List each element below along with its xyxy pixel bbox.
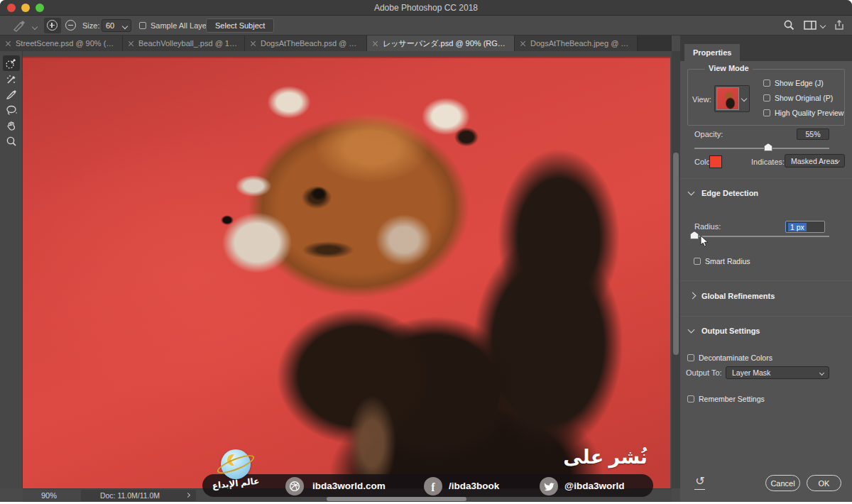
- section-divider: [680, 316, 852, 317]
- show-edge-label: Show Edge (J): [775, 79, 824, 87]
- opacity-label: Opacity:: [694, 130, 723, 138]
- search-icon[interactable]: [783, 19, 795, 31]
- chevron-right-icon: [185, 493, 190, 498]
- brush-size-value: 60: [106, 21, 114, 30]
- sample-all-layers-checkbox[interactable]: [139, 22, 146, 29]
- facebook-link[interactable]: /ibda3book: [449, 481, 499, 491]
- remember-settings-checkbox[interactable]: [687, 395, 694, 402]
- quick-selection-tool[interactable]: [3, 55, 20, 71]
- tab-label: DogsAtTheBeach.jpeg @ 50%…: [530, 39, 631, 48]
- tab-label: StreetScene.psd @ 90% (Laye…: [16, 39, 116, 48]
- window-title: Adobe Photoshop CC 2018: [0, 3, 852, 13]
- refine-edge-brush-tool[interactable]: [3, 72, 20, 87]
- zoom-level[interactable]: 90%: [41, 491, 57, 500]
- chevron-down-icon: [741, 96, 747, 102]
- tab-dogsatthebeach-psd[interactable]: DogsAtTheBeach.psd @ 90% …: [245, 35, 367, 51]
- ok-button[interactable]: OK: [807, 475, 841, 491]
- subtract-from-selection-button[interactable]: [62, 18, 80, 33]
- properties-panel-body: View Mode View: Show Edge (J) Show Origi…: [680, 61, 852, 502]
- size-label: Size:: [82, 21, 99, 30]
- show-edge-checkbox[interactable]: [763, 80, 770, 87]
- radius-value-field[interactable]: 1 px: [785, 221, 825, 233]
- dribbble-icon: [285, 477, 304, 495]
- twitter-icon: [540, 477, 558, 495]
- add-to-selection-button[interactable]: [44, 18, 61, 33]
- high-quality-preview-label: High Quality Preview: [775, 109, 843, 117]
- brush-size-dropdown[interactable]: 60: [102, 19, 131, 32]
- tab-properties[interactable]: Properties: [684, 44, 740, 61]
- lasso-tool[interactable]: [3, 102, 20, 118]
- view-mode-thumbnail: [716, 87, 739, 110]
- show-original-checkbox[interactable]: [763, 94, 770, 102]
- smart-radius-label: Smart Radius: [705, 257, 750, 265]
- minus-circle-icon: [65, 20, 76, 31]
- hand-tool[interactable]: [3, 118, 20, 133]
- logo-caption: عالم الإبداع: [209, 476, 261, 491]
- overlay-color-swatch[interactable]: [709, 155, 722, 168]
- opacity-slider[interactable]: [694, 148, 829, 149]
- global-refinements-title[interactable]: Global Refinements: [701, 292, 775, 300]
- chevron-down-icon: [819, 370, 824, 375]
- facebook-icon: f: [424, 477, 442, 495]
- published-on-text: نُشر على: [506, 446, 648, 469]
- share-icon[interactable]: [834, 19, 845, 31]
- radius-slider[interactable]: [694, 236, 829, 237]
- collapse-output-settings-icon[interactable]: [688, 327, 695, 334]
- close-icon[interactable]: [520, 41, 525, 46]
- sample-all-layers-label: Sample All Layers: [151, 21, 213, 30]
- edge-detection-title[interactable]: Edge Detection: [701, 189, 758, 197]
- reset-workspace-icon[interactable]: ↺: [693, 476, 707, 490]
- zoom-tool[interactable]: [3, 133, 20, 149]
- vertical-scrollbar[interactable]: [672, 51, 680, 488]
- brush-tool[interactable]: [3, 87, 20, 102]
- current-tool-icon[interactable]: [11, 18, 33, 33]
- high-quality-preview-checkbox[interactable]: [763, 109, 770, 116]
- tab-label: BeachVolleyball_.psd @ 100…: [138, 39, 239, 48]
- promo-overlay-handle: [327, 497, 466, 501]
- view-mode-group-label: View Mode: [705, 64, 753, 72]
- chevron-down-icon: [122, 23, 128, 29]
- cancel-button[interactable]: Cancel: [765, 475, 800, 491]
- tab-label: DogsAtTheBeach.psd @ 90% …: [261, 39, 361, 48]
- opacity-value-field[interactable]: 55%: [797, 128, 829, 140]
- opacity-slider-thumb[interactable]: [764, 143, 772, 151]
- view-mode-dropdown[interactable]: [714, 85, 750, 112]
- close-icon[interactable]: [373, 41, 378, 46]
- expand-global-refinements-icon[interactable]: [689, 292, 697, 300]
- smart-radius-checkbox[interactable]: [694, 258, 701, 265]
- workspace-switcher-icon[interactable]: [804, 21, 816, 30]
- scrollbar-thumb[interactable]: [673, 153, 679, 355]
- tool-options-bar: Size: 60 Sample All Layers Select Subjec…: [0, 16, 852, 35]
- collapse-edge-detection-icon[interactable]: [688, 189, 695, 196]
- chevron-down-icon[interactable]: [820, 23, 826, 28]
- output-to-dropdown[interactable]: Layer Mask: [726, 366, 829, 379]
- tab-lesser-panda-active[interactable]: レッサーパンダ.psd @ 90% (RGB/8#) *: [367, 35, 515, 51]
- tab-beachvolleyball[interactable]: BeachVolleyball_.psd @ 100…: [123, 35, 245, 51]
- document-size: Doc: 11.0M/11.0M: [81, 491, 179, 500]
- twitter-link[interactable]: @ibda3world: [564, 481, 624, 491]
- select-subject-button[interactable]: Select Subject: [206, 18, 274, 33]
- close-icon[interactable]: [251, 41, 256, 46]
- canvas-margin: [23, 51, 672, 57]
- indicates-dropdown[interactable]: Masked Areas: [785, 154, 845, 168]
- image-canvas[interactable]: [23, 57, 670, 488]
- tab-streetscene[interactable]: StreetScene.psd @ 90% (Laye…: [0, 35, 123, 51]
- website-link[interactable]: ibda3world.com: [312, 481, 386, 491]
- decontaminate-colors-label: Decontaminate Colors: [699, 354, 772, 362]
- decontaminate-colors-checkbox[interactable]: [687, 354, 694, 361]
- title-bar: Adobe Photoshop CC 2018: [0, 0, 852, 16]
- view-label: View:: [692, 95, 711, 104]
- mouse-cursor-icon: [700, 235, 709, 248]
- properties-panel: Properties View Mode View: Show Edge (J)…: [680, 35, 852, 502]
- indicates-value: Masked Areas: [791, 157, 839, 165]
- radius-slider-thumb[interactable]: [690, 231, 699, 239]
- document-info-box[interactable]: Doc: 11.0M/11.0M: [81, 490, 196, 501]
- tab-dogsatthebeach-jpeg[interactable]: DogsAtTheBeach.jpeg @ 50%…: [515, 35, 638, 51]
- close-icon[interactable]: [6, 41, 11, 46]
- remember-settings-label: Remember Settings: [699, 395, 765, 403]
- show-original-label: Show Original (P): [775, 94, 833, 102]
- output-settings-title[interactable]: Output Settings: [701, 327, 760, 335]
- section-divider: [680, 178, 852, 179]
- output-to-value: Layer Mask: [732, 368, 770, 377]
- close-icon[interactable]: [129, 41, 133, 46]
